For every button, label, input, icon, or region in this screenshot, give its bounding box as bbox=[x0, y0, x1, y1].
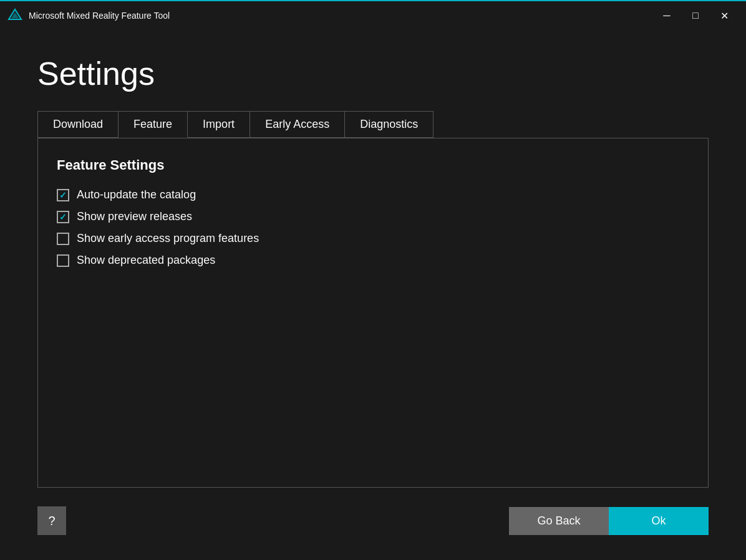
tab-feature[interactable]: Feature bbox=[119, 112, 188, 138]
checkbox-item-show-deprecated: Show deprecated packages bbox=[57, 254, 689, 267]
bottom-bar: ? Go Back Ok bbox=[37, 506, 709, 541]
checkbox-label-auto-update: Auto-update the catalog bbox=[77, 188, 196, 201]
checkbox-show-deprecated[interactable] bbox=[57, 254, 69, 267]
app-icon bbox=[7, 8, 22, 23]
title-bar-left: Microsoft Mixed Reality Feature Tool bbox=[7, 8, 170, 23]
title-bar: Microsoft Mixed Reality Feature Tool ─ □… bbox=[0, 0, 746, 30]
go-back-button[interactable]: Go Back bbox=[509, 507, 609, 535]
checkbox-label-show-deprecated: Show deprecated packages bbox=[77, 254, 215, 267]
tab-import[interactable]: Import bbox=[188, 112, 250, 138]
minimize-button[interactable]: ─ bbox=[652, 6, 681, 26]
content-panel: Feature Settings Auto-update the catalog… bbox=[37, 138, 709, 488]
checkbox-item-show-preview: Show preview releases bbox=[57, 210, 689, 223]
help-button[interactable]: ? bbox=[37, 506, 66, 535]
tab-diagnostics[interactable]: Diagnostics bbox=[345, 112, 433, 138]
maximize-button[interactable]: □ bbox=[681, 6, 710, 26]
page-title: Settings bbox=[37, 55, 709, 92]
checkbox-show-early-access[interactable] bbox=[57, 233, 69, 245]
action-buttons: Go Back Ok bbox=[509, 507, 709, 535]
window-title: Microsoft Mixed Reality Feature Tool bbox=[29, 11, 170, 21]
section-title: Feature Settings bbox=[57, 157, 689, 173]
checkbox-item-show-early-access: Show early access program features bbox=[57, 232, 689, 245]
main-content: Settings Download Feature Import Early A… bbox=[0, 30, 746, 560]
checkbox-label-show-preview: Show preview releases bbox=[77, 210, 192, 223]
title-bar-controls: ─ □ ✕ bbox=[652, 6, 739, 26]
close-button[interactable]: ✕ bbox=[710, 6, 739, 26]
checkbox-show-preview[interactable] bbox=[57, 211, 69, 223]
tab-download[interactable]: Download bbox=[38, 112, 119, 138]
checkbox-auto-update[interactable] bbox=[57, 189, 69, 201]
tab-early-access[interactable]: Early Access bbox=[250, 112, 345, 138]
tabs-container: Download Feature Import Early Access Dia… bbox=[37, 111, 434, 138]
checkbox-label-show-early-access: Show early access program features bbox=[77, 232, 259, 245]
checkbox-item-auto-update: Auto-update the catalog bbox=[57, 188, 689, 201]
ok-button[interactable]: Ok bbox=[609, 507, 709, 535]
